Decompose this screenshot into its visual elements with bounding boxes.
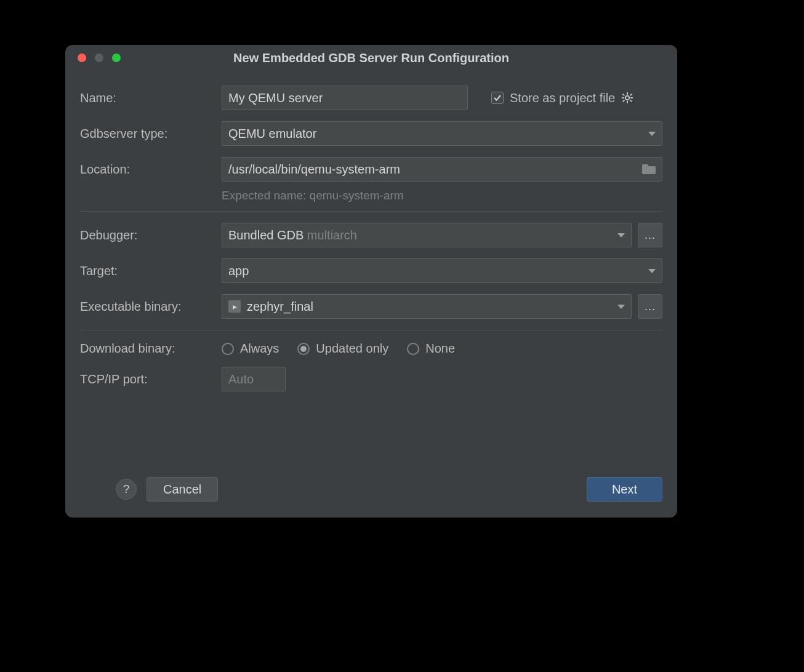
row-tcp-port: TCP/IP port: — [80, 367, 662, 391]
gear-icon[interactable] — [621, 92, 633, 104]
next-button[interactable]: Next — [587, 477, 662, 502]
executable-more-button[interactable]: ... — [638, 294, 662, 319]
row-debugger: Debugger: Bundled GDB multiarch ... — [80, 223, 662, 247]
window-controls — [65, 54, 121, 62]
chevron-down-icon — [648, 269, 656, 273]
radio-none[interactable]: None — [407, 342, 455, 356]
form-area: Name: Store as project file — [80, 86, 662, 465]
label-download: Download binary: — [80, 342, 222, 356]
dialog-content: Name: Store as project file — [65, 71, 677, 465]
executable-value: ▸ zephyr_final — [228, 300, 613, 314]
label-target: Target: — [80, 264, 222, 278]
svg-rect-6 — [630, 100, 632, 102]
tcp-port-input-wrap — [222, 367, 286, 391]
separator-2 — [80, 330, 662, 330]
row-download: Download binary: Always Updated only — [80, 342, 662, 356]
svg-rect-3 — [622, 97, 624, 98]
radio-updated-only[interactable]: Updated only — [297, 342, 388, 356]
label-gdbserver-type: Gdbserver type: — [80, 127, 222, 141]
store-as-project: Store as project file — [491, 91, 633, 105]
svg-rect-1 — [627, 92, 628, 95]
download-radio-group: Always Updated only None — [222, 342, 455, 356]
folder-icon[interactable] — [642, 164, 656, 174]
location-input[interactable] — [228, 162, 642, 177]
row-executable: Executable binary: ▸ zephyr_final ... — [80, 294, 662, 319]
radio-none-button[interactable] — [407, 343, 419, 355]
radio-always[interactable]: Always — [222, 342, 279, 356]
target-combo[interactable]: app — [222, 258, 662, 283]
titlebar: New Embedded GDB Server Run Configuratio… — [65, 45, 677, 71]
executable-combo[interactable]: ▸ zephyr_final — [222, 294, 632, 319]
label-debugger: Debugger: — [80, 228, 222, 242]
svg-rect-2 — [627, 101, 628, 103]
row-location: Location: — [80, 157, 662, 182]
row-name: Name: Store as project file — [80, 86, 662, 110]
row-target: Target: app — [80, 258, 662, 283]
svg-point-0 — [625, 96, 629, 100]
chevron-down-icon — [617, 233, 625, 238]
gdbserver-type-combo[interactable]: QEMU emulator — [222, 121, 662, 146]
label-location: Location: — [80, 162, 222, 177]
store-checkbox[interactable] — [491, 92, 504, 104]
executable-icon: ▸ — [228, 300, 241, 313]
name-input-wrap — [222, 86, 468, 110]
dialog-title: New Embedded GDB Server Run Configuratio… — [65, 51, 677, 65]
close-window-button[interactable] — [78, 54, 86, 62]
svg-rect-5 — [622, 94, 625, 96]
maximize-window-button[interactable] — [112, 54, 121, 62]
radio-updated-only-button[interactable] — [297, 343, 310, 355]
separator-1 — [80, 211, 662, 212]
chevron-down-icon — [617, 305, 625, 309]
label-tcp-port: TCP/IP port: — [80, 372, 222, 386]
debugger-combo[interactable]: Bundled GDB multiarch — [222, 223, 632, 247]
svg-rect-8 — [630, 94, 632, 96]
radio-none-label: None — [425, 342, 455, 356]
tcp-port-input[interactable] — [228, 372, 279, 386]
target-value: app — [228, 264, 643, 278]
radio-updated-only-label: Updated only — [316, 342, 388, 356]
svg-rect-4 — [630, 97, 633, 98]
cancel-button[interactable]: Cancel — [147, 477, 218, 502]
chevron-down-icon — [648, 132, 656, 136]
debugger-more-button[interactable]: ... — [638, 223, 662, 247]
label-executable: Executable binary: — [80, 300, 222, 314]
minimize-window-button[interactable] — [95, 54, 103, 62]
dialog-window: New Embedded GDB Server Run Configuratio… — [65, 45, 677, 518]
dialog-footer: ? Cancel Next — [65, 465, 677, 518]
debugger-value: Bundled GDB multiarch — [228, 228, 613, 242]
location-hint: Expected name: qemu-system-arm — [222, 189, 662, 202]
name-input[interactable] — [228, 91, 461, 105]
help-button[interactable]: ? — [116, 479, 137, 500]
store-label: Store as project file — [510, 91, 615, 105]
label-name: Name: — [80, 91, 222, 105]
radio-always-button[interactable] — [222, 343, 234, 355]
row-gdbserver-type: Gdbserver type: QEMU emulator — [80, 121, 662, 146]
svg-rect-7 — [622, 100, 625, 102]
radio-always-label: Always — [240, 342, 279, 356]
location-input-wrap — [222, 157, 662, 182]
gdbserver-type-value: QEMU emulator — [228, 127, 643, 141]
